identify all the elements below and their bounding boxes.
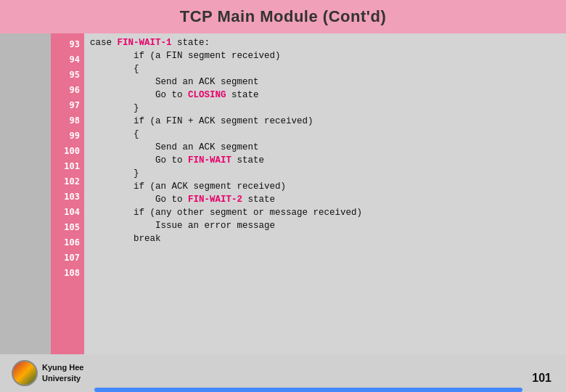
line-number: 98 bbox=[51, 113, 84, 128]
footer-line bbox=[94, 388, 522, 392]
code-line: { bbox=[90, 128, 560, 141]
line-number: 94 bbox=[51, 52, 84, 67]
footer: Kyung Hee University 101 bbox=[0, 354, 566, 392]
code-line: Go to FIN-WAIT state bbox=[90, 154, 560, 167]
line-number: 96 bbox=[51, 82, 84, 97]
code-line: Send an ACK segment bbox=[90, 75, 560, 89]
line-number: 106 bbox=[51, 234, 84, 250]
line-number: 107 bbox=[51, 250, 84, 265]
university-logo: Kyung Hee University bbox=[12, 360, 83, 386]
code-lines: case FIN-WAIT-1 state: if (a FIN segment… bbox=[84, 33, 566, 354]
code-line: { bbox=[90, 62, 560, 75]
code-line: if (a FIN segment received) bbox=[90, 49, 560, 62]
line-number: 93 bbox=[51, 36, 84, 52]
line-number: 103 bbox=[51, 189, 84, 204]
page-number: 101 bbox=[532, 372, 551, 385]
code-area: 9394959697989910010110210310410510610710… bbox=[51, 33, 566, 354]
slide-title: TCP Main Module (Cont'd) bbox=[0, 0, 566, 33]
code-line: if (any other segment or message receive… bbox=[90, 206, 560, 219]
code-line: Send an ACK segment bbox=[90, 141, 560, 154]
line-number: 104 bbox=[51, 204, 84, 219]
line-number: 100 bbox=[51, 143, 84, 158]
line-number: 102 bbox=[51, 173, 84, 189]
code-line: Go to FIN-WAIT-2 state bbox=[90, 193, 560, 206]
line-number: 95 bbox=[51, 67, 84, 82]
code-line: break bbox=[90, 232, 560, 245]
main-content: 9394959697989910010110210310410510610710… bbox=[0, 33, 566, 354]
code-line: if (a FIN + ACK segment received) bbox=[90, 115, 560, 128]
code-line: } bbox=[90, 102, 560, 115]
code-line: } bbox=[90, 167, 560, 180]
code-line: case FIN-WAIT-1 state: bbox=[90, 36, 560, 49]
left-margin bbox=[0, 33, 51, 354]
line-number: 101 bbox=[51, 158, 84, 173]
line-number: 97 bbox=[51, 97, 84, 113]
code-line: Go to CLOSING state bbox=[90, 89, 560, 102]
line-numbers: 9394959697989910010110210310410510610710… bbox=[51, 33, 84, 354]
line-number: 99 bbox=[51, 128, 84, 143]
line-number: 105 bbox=[51, 219, 84, 234]
university-name: Kyung Hee University bbox=[42, 362, 83, 385]
code-line: Issue an error message bbox=[90, 219, 560, 232]
code-line: if (an ACK segment received) bbox=[90, 180, 560, 193]
logo-image bbox=[12, 360, 38, 386]
line-number: 108 bbox=[51, 265, 84, 280]
